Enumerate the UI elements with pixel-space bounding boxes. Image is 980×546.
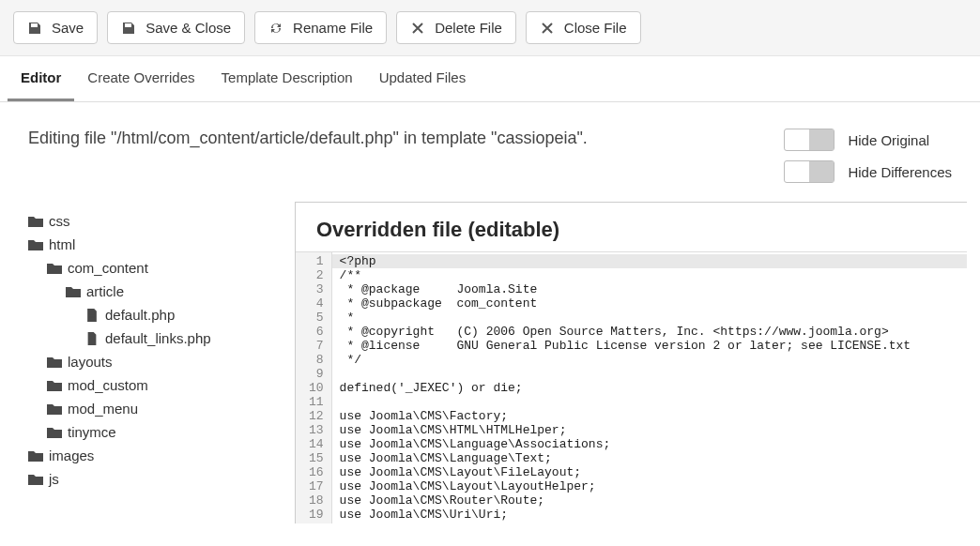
- toolbar: Save Save & Close Rename File Delete Fil…: [0, 0, 980, 56]
- save-icon: [27, 21, 42, 36]
- save-close-label: Save & Close: [145, 20, 231, 36]
- rename-label: Rename File: [293, 20, 373, 36]
- tree-folder-tinymce[interactable]: tinymce: [47, 420, 282, 444]
- folder-icon: [47, 426, 62, 439]
- tree-folder-css[interactable]: css: [28, 209, 282, 233]
- toggle-hide-differences[interactable]: [784, 160, 835, 183]
- folder-icon: [28, 215, 43, 228]
- refresh-icon: [268, 21, 283, 36]
- tree-folder-mod-menu[interactable]: mod_menu: [47, 397, 282, 420]
- folder-icon: [47, 402, 62, 416]
- save-icon: [121, 21, 136, 36]
- rename-button[interactable]: Rename File: [254, 11, 387, 44]
- folder-icon: [66, 285, 81, 298]
- close-icon: [540, 21, 555, 36]
- folder-icon: [47, 379, 62, 392]
- tree-folder-com-content[interactable]: com_content: [47, 256, 282, 280]
- tab-updated-files[interactable]: Updated Files: [366, 56, 480, 101]
- folder-icon: [28, 473, 43, 486]
- tree-folder-js[interactable]: js: [28, 467, 282, 491]
- tabs: Editor Create Overrides Template Descrip…: [0, 56, 980, 102]
- tab-template-description[interactable]: Template Description: [208, 56, 366, 101]
- toggle-hide-original[interactable]: [784, 129, 835, 151]
- folder-icon: [47, 356, 62, 369]
- file-icon: [84, 332, 100, 345]
- tab-editor[interactable]: Editor: [8, 56, 74, 101]
- code-editor[interactable]: 12345678910111213141516171819 <?php/** *…: [296, 251, 967, 523]
- folder-icon: [47, 262, 62, 275]
- editor-panel: Overridden file (editable) 1234567891011…: [295, 202, 967, 523]
- delete-label: Delete File: [435, 20, 502, 36]
- editing-file-text: Editing file "/html/com_content/article/…: [28, 129, 588, 148]
- save-close-button[interactable]: Save & Close: [107, 11, 245, 44]
- tree-folder-html[interactable]: html: [28, 233, 282, 256]
- file-tree: css html com_content article default.php…: [28, 202, 282, 523]
- save-button[interactable]: Save: [13, 11, 98, 44]
- toggle-hide-differences-label: Hide Differences: [848, 164, 952, 180]
- toggle-hide-original-label: Hide Original: [848, 132, 929, 148]
- folder-icon: [28, 238, 43, 251]
- save-label: Save: [52, 20, 84, 36]
- header-row: Editing file "/html/com_content/article/…: [0, 102, 980, 202]
- editor-title: Overridden file (editable): [296, 203, 967, 251]
- tree-folder-article[interactable]: article: [66, 280, 282, 303]
- tree-file-default-links-php[interactable]: default_links.php: [84, 326, 282, 350]
- main: css html com_content article default.php…: [0, 202, 980, 523]
- tree-folder-images[interactable]: images: [28, 444, 282, 467]
- code-lines[interactable]: <?php/** * @package Joomla.Site * @subpa…: [332, 252, 967, 523]
- folder-icon: [28, 449, 43, 463]
- line-gutter: 12345678910111213141516171819: [296, 252, 332, 523]
- delete-button[interactable]: Delete File: [396, 11, 516, 44]
- tree-folder-mod-custom[interactable]: mod_custom: [47, 373, 282, 397]
- close-file-button[interactable]: Close File: [526, 11, 641, 44]
- tree-folder-layouts[interactable]: layouts: [47, 350, 282, 373]
- tab-create-overrides[interactable]: Create Overrides: [74, 56, 207, 101]
- close-icon: [410, 21, 425, 36]
- file-icon: [84, 309, 100, 322]
- close-file-label: Close File: [564, 20, 627, 36]
- tree-file-default-php[interactable]: default.php: [84, 303, 282, 326]
- toggles: Hide Original Hide Differences: [784, 129, 952, 183]
